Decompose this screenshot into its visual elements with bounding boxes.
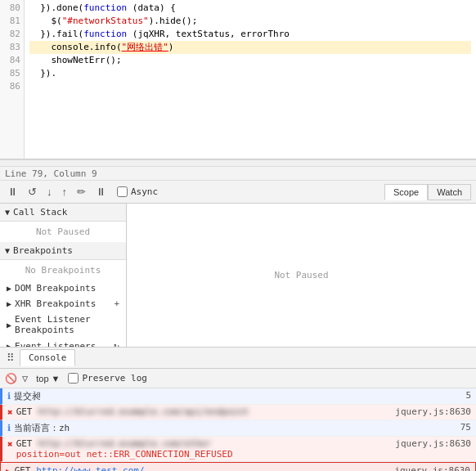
step-over-button[interactable]: ↺ [25, 184, 39, 200]
console-tab[interactable]: Console [20, 349, 75, 366]
console-text-1: 提交昶 [14, 390, 459, 402]
dom-breakpoints-label: DOM Breakpoints [15, 283, 96, 294]
filter-icon[interactable]: ▽ [22, 373, 28, 384]
event-listener-breakpoints-item[interactable]: ▶ Event Listener Breakpoints [0, 312, 126, 338]
cursor-position: Line 79, Column 9 [5, 168, 97, 179]
top-label: top [36, 374, 48, 384]
debugger-right-panel: Not Paused [127, 204, 476, 347]
status-bar: Line 79, Column 9 [0, 166, 476, 181]
event-listener-arrow: ▶ [7, 321, 11, 330]
event-listener-label: Event Listener Breakpoints [15, 314, 119, 335]
url-link-5[interactable]: http://www.test.com/ [36, 465, 144, 471]
watch-tab[interactable]: Watch [428, 184, 471, 200]
top-dropdown[interactable]: top ▼ [33, 372, 63, 385]
console-section: ⠿ Console 🚫 ▽ top ▼ Preserve log ℹ 提交昶 5… [0, 347, 476, 471]
console-text-4: GET http://blurred.example.com/other pos… [16, 438, 389, 460]
console-text-3: 当前语言：zh [14, 422, 454, 434]
call-stack-content: Not Paused [0, 222, 126, 242]
code-body: }).done(function (data) { $("#networkSta… [25, 0, 476, 159]
console-row-5[interactable]: ▶ GET http://www.test.com/ jquery.js:863… [0, 462, 476, 471]
top-dropdown-arrow: ▼ [52, 374, 61, 384]
breakpoints-arrow: ▼ [5, 246, 10, 255]
step-into-button[interactable]: ↓ [44, 184, 55, 200]
console-row-2: ✖ GET http://blurred.example.com/api/end… [0, 405, 476, 420]
console-row-1: ℹ 提交昶 5 [0, 388, 476, 405]
console-source-5: jquery.js:8630 [394, 465, 470, 471]
code-line-83: console.info("网络出错") [29, 41, 471, 54]
async-label[interactable]: Async [117, 186, 158, 197]
preserve-log-checkbox[interactable] [68, 373, 79, 384]
console-source-2: jquery.js:8630 [395, 406, 471, 417]
not-paused-label: Not Paused [36, 227, 90, 237]
info-icon-1: ℹ [7, 391, 11, 401]
call-stack-header[interactable]: ▼ Call Stack [0, 204, 126, 222]
console-toolbar: 🚫 ▽ top ▼ Preserve log [0, 369, 476, 388]
code-line-81: $("#networkStatus").hide(); [29, 15, 471, 28]
arrow-icon-5: ▶ [6, 466, 11, 471]
console-source-3: 75 [460, 422, 471, 433]
console-source-4: jquery.js:8630 [395, 438, 471, 449]
refresh-icon[interactable]: ↻ [114, 340, 119, 347]
xhr-breakpoints-item[interactable]: ▶ XHR Breakpoints + [0, 296, 126, 312]
preserve-log-text: Preserve log [82, 373, 146, 384]
pause-button[interactable]: ⏸ [5, 184, 20, 200]
event-listeners-item[interactable]: ▶ Event Listeners ↻ [0, 338, 126, 347]
pause-on-exception-button[interactable]: ⏸ [93, 184, 109, 200]
dom-breakpoints-arrow: ▶ [7, 284, 11, 293]
code-editor: 80 81 82 83 84 85 86 }).done(function (d… [0, 0, 476, 159]
event-listeners-arrow: ▶ [7, 342, 11, 348]
console-tab-bar: ⠿ Console [0, 348, 476, 369]
not-paused-right: Not Paused [274, 270, 328, 280]
error-icon-4: ✖ [7, 439, 13, 450]
error-icon-2: ✖ [7, 407, 13, 418]
console-row-5-inner: ▶ GET http://www.test.com/ jquery.js:863… [6, 465, 470, 471]
call-stack-arrow: ▼ [5, 208, 10, 217]
code-line-80: }).done(function (data) { [29, 2, 471, 15]
breakpoints-header[interactable]: ▼ Breakpoints [0, 242, 126, 260]
code-line-85: }). [29, 67, 471, 80]
debugger-toolbar: ⏸ ↺ ↓ ↑ ✏ ⏸ Async Scope Watch [0, 181, 476, 204]
console-messages: ℹ 提交昶 5 ✖ GET http://blurred.example.com… [0, 388, 476, 471]
console-row-4: ✖ GET http://blurred.example.com/other p… [0, 437, 476, 462]
xhr-breakpoints-arrow: ▶ [7, 299, 11, 308]
preserve-log-label[interactable]: Preserve log [68, 373, 146, 384]
breakpoints-label: Breakpoints [13, 245, 73, 256]
debugger-main: ▼ Call Stack Not Paused ▼ Breakpoints No… [0, 204, 476, 347]
console-text-2: GET http://blurred.example.com/api/endpo… [16, 406, 389, 417]
async-checkbox[interactable] [117, 186, 128, 197]
code-line-84: showNetErr(); [29, 54, 471, 67]
scope-tab[interactable]: Scope [384, 184, 428, 200]
code-line-82: }).fail(function (jqXHR, textStatus, err… [29, 28, 471, 41]
scope-watch-tabs: Scope Watch [384, 184, 471, 200]
step-out-button[interactable]: ↑ [60, 184, 70, 200]
deactivate-button[interactable]: ✏ [74, 184, 88, 200]
err-text-4: position=out net::ERR_CONNECTION_REFUSED [16, 449, 233, 460]
console-drag-handle[interactable]: ⠿ [7, 352, 15, 364]
dom-breakpoints-item[interactable]: ▶ DOM Breakpoints [0, 280, 126, 296]
blurred-url-4: http://blurred.example.com/other [38, 438, 211, 449]
xhr-breakpoints-label: XHR Breakpoints [15, 298, 96, 309]
console-source-1: 5 [465, 390, 471, 401]
no-breakpoints-label: No Breakpoints [25, 265, 101, 276]
clear-console-icon[interactable]: 🚫 [5, 373, 17, 384]
event-listeners-label: Event Listeners [15, 341, 96, 348]
line-numbers: 80 81 82 83 84 85 86 [0, 0, 25, 159]
blurred-url-2: http://blurred.example.com/api/endpoint [38, 406, 249, 417]
breakpoints-content: No Breakpoints [0, 260, 126, 280]
console-row-3: ℹ 当前语言：zh 75 [0, 420, 476, 437]
call-stack-label: Call Stack [13, 207, 67, 218]
debugger-left-panel: ▼ Call Stack Not Paused ▼ Breakpoints No… [0, 204, 127, 347]
async-text: Async [131, 186, 158, 197]
console-text-5: GET http://www.test.com/ [15, 465, 388, 471]
xhr-add-button[interactable]: + [114, 298, 119, 309]
horizontal-scrollbar[interactable] [0, 159, 476, 166]
info-icon-3: ℹ [7, 423, 11, 433]
